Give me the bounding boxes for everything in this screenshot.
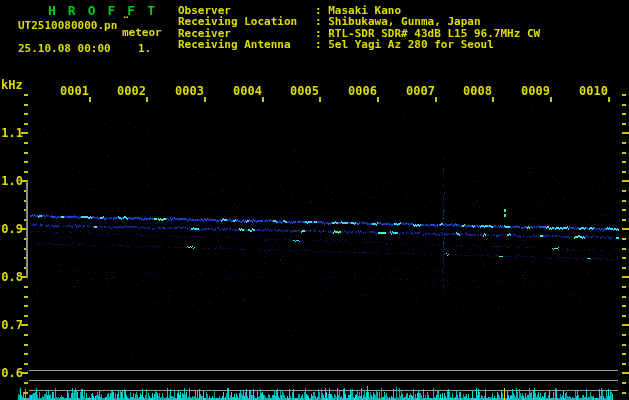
- metadata-row: Observer: Masaki Kano: [178, 4, 618, 15]
- time-tick-label: 0010: [566, 84, 608, 98]
- time-tick-label: 0005: [277, 84, 319, 98]
- field-value: : 5el Yagi Az 280 for Seoul: [315, 38, 494, 51]
- metadata-row: Receiving Location: Shibukawa, Gunma, Ja…: [178, 15, 618, 26]
- time-tick-label: 0001: [47, 84, 89, 98]
- time-tick-label: 0003: [162, 84, 204, 98]
- freq-tick-label: 1.1: [0, 126, 23, 140]
- freq-tick-label: 0.9: [0, 222, 23, 236]
- time-tick-label: 0009: [508, 84, 550, 98]
- freq-tick-label: 0.6: [0, 366, 23, 380]
- meteor-label: meteor: [122, 26, 162, 39]
- output-filename: UT2510080000.pn: [18, 19, 117, 32]
- app-title: HROFFT: [48, 3, 167, 18]
- time-tick-label: 0006: [335, 84, 377, 98]
- metadata-row: Receiving Antenna: 5el Yagi Az 280 for S…: [178, 38, 618, 49]
- time-tick-label: 0008: [450, 84, 492, 98]
- metadata-fields: Observer: Masaki KanoReceiving Location:…: [178, 4, 618, 54]
- sequence-number: 1.: [138, 42, 151, 55]
- time-tick-label: 0007: [393, 84, 435, 98]
- freq-tick-label: 0.7: [0, 318, 23, 332]
- metadata-row: Receiver: RTL-SDR SDR# 43dB L15 96.7MHz …: [178, 27, 618, 38]
- freq-tick-label: 1.0: [0, 174, 23, 188]
- time-tick-label: 0002: [104, 84, 146, 98]
- field-label: Receiving Antenna: [178, 38, 291, 51]
- freq-tick-label: 0.8: [0, 270, 23, 284]
- time-tick-label: 0004: [220, 84, 262, 98]
- spectrogram-canvas: [0, 0, 629, 400]
- observation-datetime: 25.10.08 00:00: [18, 42, 111, 55]
- hrofft-screen: HROFFT UT2510080000.pn ¨ meteor 25.10.08…: [0, 0, 629, 400]
- freq-axis-unit: kHz: [1, 78, 23, 92]
